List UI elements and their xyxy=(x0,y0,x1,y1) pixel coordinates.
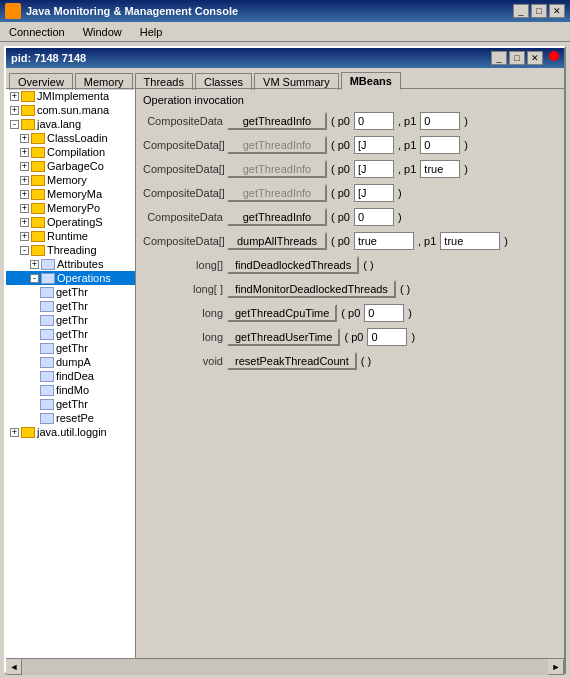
tree-item-javalang[interactable]: - java.lang xyxy=(6,117,135,131)
inner-minimize-button[interactable]: _ xyxy=(491,51,507,65)
tree-item-jmimpl[interactable]: + JMImplementa xyxy=(6,89,135,103)
op-input-0-p0[interactable] xyxy=(354,112,394,130)
folder-icon xyxy=(21,105,35,116)
expand-icon[interactable]: + xyxy=(10,92,19,101)
op-button-2[interactable]: getThreadInfo xyxy=(227,160,327,178)
op-input-4-p0[interactable] xyxy=(354,208,394,226)
op-row-6: long[] findDeadlockedThreads ( ) xyxy=(138,253,562,277)
tree-item-compilation[interactable]: + Compilation xyxy=(6,145,135,159)
expand-icon[interactable]: - xyxy=(30,274,39,283)
tree-label: Compilation xyxy=(47,146,105,158)
tab-classes[interactable]: Classes xyxy=(195,73,252,90)
menu-connection[interactable]: Connection xyxy=(5,25,69,39)
tree-item-findmo[interactable]: findMo xyxy=(6,383,135,397)
op-input-5-p1[interactable] xyxy=(440,232,500,250)
right-panel: Operation invocation CompositeData getTh… xyxy=(136,89,564,658)
expand-icon[interactable]: + xyxy=(20,162,29,171)
inner-maximize-button[interactable]: □ xyxy=(509,51,525,65)
tree-item-comsun[interactable]: + com.sun.mana xyxy=(6,103,135,117)
leaf-icon xyxy=(40,371,54,382)
op-button-7[interactable]: findMonitorDeadlockedThreads xyxy=(227,280,396,298)
op-button-9[interactable]: getThreadUserTime xyxy=(227,328,340,346)
op-row-7: long[ ] findMonitorDeadlockedThreads ( ) xyxy=(138,277,562,301)
menu-window[interactable]: Window xyxy=(79,25,126,39)
expand-icon[interactable]: + xyxy=(20,190,29,199)
tree-label: getThr xyxy=(56,286,88,298)
tree-item-operations[interactable]: - Operations xyxy=(6,271,135,285)
tree-item-operatings[interactable]: + OperatingS xyxy=(6,215,135,229)
op-button-8[interactable]: getThreadCpuTime xyxy=(227,304,337,322)
op-button-10[interactable]: resetPeakThreadCount xyxy=(227,352,357,370)
op-row-1: CompositeData[] getThreadInfo ( p0 , p1 … xyxy=(138,133,562,157)
tree-item-javautillogin[interactable]: + java.util.loggin xyxy=(6,425,135,439)
tree-item-memorypo[interactable]: + MemoryPo xyxy=(6,201,135,215)
tree-item-getthr1[interactable]: getThr xyxy=(6,285,135,299)
op-paren-9: ( p0 xyxy=(344,331,363,343)
tree-item-getthr6[interactable]: getThr xyxy=(6,397,135,411)
tree-label: java.lang xyxy=(37,118,81,130)
tree-item-classload[interactable]: + ClassLoadin xyxy=(6,131,135,145)
tree-item-getthr5[interactable]: getThr xyxy=(6,341,135,355)
tree-item-getthr4[interactable]: getThr xyxy=(6,327,135,341)
expand-icon[interactable]: + xyxy=(20,148,29,157)
expand-icon[interactable]: + xyxy=(20,176,29,185)
expand-icon[interactable]: + xyxy=(20,134,29,143)
op-button-0[interactable]: getThreadInfo xyxy=(227,112,327,130)
leaf-icon xyxy=(41,259,55,270)
op-input-0-p1[interactable] xyxy=(420,112,460,130)
tab-overview[interactable]: Overview xyxy=(9,73,73,90)
op-button-6[interactable]: findDeadlockedThreads xyxy=(227,256,359,274)
tree-label: Threading xyxy=(47,244,97,256)
tab-vm-summary[interactable]: VM Summary xyxy=(254,73,339,90)
op-input-2-p0[interactable] xyxy=(354,160,394,178)
maximize-button[interactable]: □ xyxy=(531,4,547,18)
tree-item-threading[interactable]: - Threading xyxy=(6,243,135,257)
op-comma-5: , p1 xyxy=(418,235,436,247)
expand-icon[interactable]: - xyxy=(20,246,29,255)
op-button-5[interactable]: dumpAllThreads xyxy=(227,232,327,250)
leaf-icon xyxy=(40,413,54,424)
scroll-right-button[interactable]: ► xyxy=(548,659,564,675)
op-input-9-p0[interactable] xyxy=(367,328,407,346)
op-button-1[interactable]: getThreadInfo xyxy=(227,136,327,154)
close-button[interactable]: ✕ xyxy=(549,4,565,18)
tab-threads[interactable]: Threads xyxy=(135,73,193,90)
scroll-left-button[interactable]: ◄ xyxy=(6,659,22,675)
tab-mbeans[interactable]: MBeans xyxy=(341,72,401,90)
minimize-button[interactable]: _ xyxy=(513,4,529,18)
expand-icon[interactable]: + xyxy=(10,428,19,437)
expand-icon[interactable]: + xyxy=(30,260,39,269)
tree-item-runtime[interactable]: + Runtime xyxy=(6,229,135,243)
expand-icon[interactable]: + xyxy=(10,106,19,115)
tree-item-memoryma[interactable]: + MemoryMa xyxy=(6,187,135,201)
return-type-5: CompositeData[] xyxy=(143,235,223,247)
op-paren-1: ( p0 xyxy=(331,139,350,151)
tree-item-garbagecoll[interactable]: + GarbageCo xyxy=(6,159,135,173)
expand-icon[interactable]: - xyxy=(10,120,19,129)
op-input-3-p0[interactable] xyxy=(354,184,394,202)
tree-item-memory[interactable]: + Memory xyxy=(6,173,135,187)
tree-item-getthr2[interactable]: getThr xyxy=(6,299,135,313)
tree-item-finddea[interactable]: findDea xyxy=(6,369,135,383)
op-input-2-p1[interactable] xyxy=(420,160,460,178)
op-input-1-p0[interactable] xyxy=(354,136,394,154)
inner-close-button[interactable]: ✕ xyxy=(527,51,543,65)
op-button-4[interactable]: getThreadInfo xyxy=(227,208,327,226)
tree-item-attributes[interactable]: + Attributes xyxy=(6,257,135,271)
tree-item-resetpe[interactable]: resetPe xyxy=(6,411,135,425)
scroll-track[interactable] xyxy=(22,659,548,675)
expand-icon[interactable]: + xyxy=(20,204,29,213)
return-type-10: void xyxy=(143,355,223,367)
expand-icon[interactable]: + xyxy=(20,232,29,241)
op-button-3[interactable]: getThreadInfo xyxy=(227,184,327,202)
op-input-1-p1[interactable] xyxy=(420,136,460,154)
op-input-5-p0[interactable] xyxy=(354,232,414,250)
tab-memory[interactable]: Memory xyxy=(75,73,133,90)
expand-icon[interactable]: + xyxy=(20,218,29,227)
tree-item-dumpa[interactable]: dumpA xyxy=(6,355,135,369)
return-type-0: CompositeData xyxy=(143,115,223,127)
tree-item-getthr3[interactable]: getThr xyxy=(6,313,135,327)
menu-help[interactable]: Help xyxy=(136,25,167,39)
outer-tabs: Overview Memory Threads Classes VM Summa… xyxy=(6,68,564,89)
op-input-8-p0[interactable] xyxy=(364,304,404,322)
